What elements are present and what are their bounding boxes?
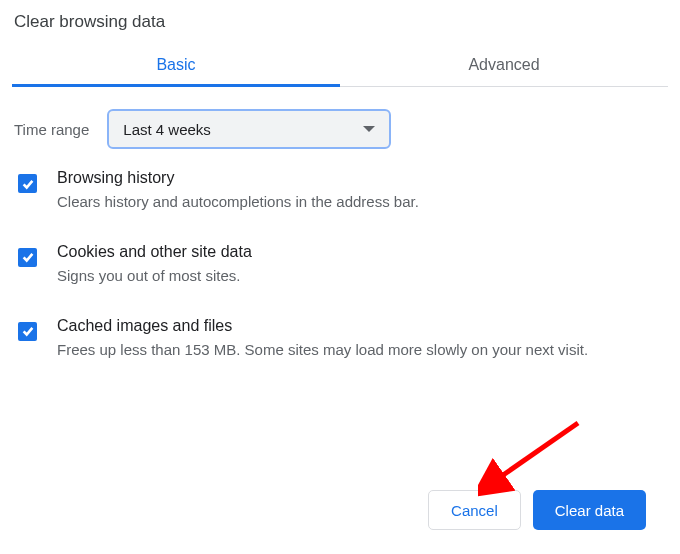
tab-advanced[interactable]: Advanced xyxy=(340,46,668,86)
time-range-value: Last 4 weeks xyxy=(123,121,211,138)
check-icon xyxy=(21,324,35,338)
option-browsing-history: Browsing history Clears history and auto… xyxy=(18,169,668,213)
cancel-button[interactable]: Cancel xyxy=(428,490,521,530)
check-icon xyxy=(21,250,35,264)
time-range-label: Time range xyxy=(14,121,89,138)
option-cookies: Cookies and other site data Signs you ou… xyxy=(18,243,668,287)
option-text: Cookies and other site data Signs you ou… xyxy=(57,243,668,287)
checkbox-cached[interactable] xyxy=(18,322,37,341)
chevron-down-icon xyxy=(363,126,375,132)
clear-browsing-data-dialog: Clear browsing data Basic Advanced Time … xyxy=(0,0,680,398)
option-title: Browsing history xyxy=(57,169,664,187)
option-cached: Cached images and files Frees up less th… xyxy=(18,317,668,361)
option-text: Browsing history Clears history and auto… xyxy=(57,169,668,213)
clear-data-button[interactable]: Clear data xyxy=(533,490,646,530)
tab-basic[interactable]: Basic xyxy=(12,46,340,86)
dialog-footer: Cancel Clear data xyxy=(428,490,646,530)
time-range-select[interactable]: Last 4 weeks xyxy=(107,109,391,149)
checkbox-cookies[interactable] xyxy=(18,248,37,267)
dialog-title: Clear browsing data xyxy=(14,12,668,32)
option-desc: Signs you out of most sites. xyxy=(57,265,664,287)
option-title: Cookies and other site data xyxy=(57,243,664,261)
checkbox-browsing-history[interactable] xyxy=(18,174,37,193)
annotation-arrow-icon xyxy=(478,418,588,498)
option-desc: Frees up less than 153 MB. Some sites ma… xyxy=(57,339,664,361)
time-range-row: Time range Last 4 weeks xyxy=(14,109,668,149)
tab-bar: Basic Advanced xyxy=(12,46,668,87)
option-desc: Clears history and autocompletions in th… xyxy=(57,191,664,213)
option-title: Cached images and files xyxy=(57,317,664,335)
check-icon xyxy=(21,177,35,191)
option-text: Cached images and files Frees up less th… xyxy=(57,317,668,361)
svg-line-1 xyxy=(496,423,578,480)
